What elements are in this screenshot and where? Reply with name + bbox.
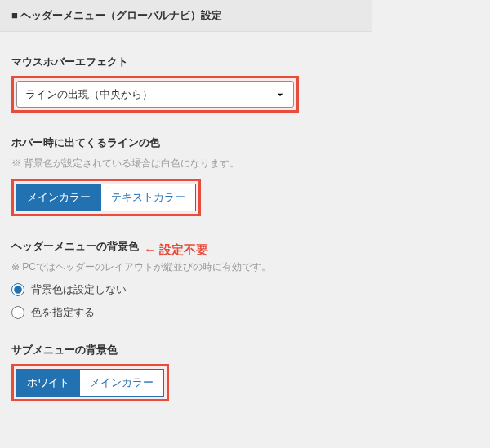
hover-line-color-group: メインカラー テキストカラー bbox=[16, 184, 196, 211]
hover-line-color-label: ホバー時に出てくるラインの色 bbox=[11, 135, 360, 150]
hover-line-color-main-button[interactable]: メインカラー bbox=[17, 184, 100, 211]
header-bg-radio-color-row: 色を指定する bbox=[11, 305, 360, 320]
submenu-bg-white-button[interactable]: ホワイト bbox=[17, 370, 79, 396]
hover-line-color-text-button[interactable]: テキストカラー bbox=[100, 184, 195, 211]
field-hover-line-color: ホバー時に出てくるラインの色 ※ 背景色が設定されている場合は白色になります。 … bbox=[11, 135, 360, 216]
header-bg-radio-none-label[interactable]: 背景色は設定しない bbox=[31, 282, 127, 297]
section-header: ■ ヘッダーメニュー（グローバルナビ）設定 bbox=[0, 0, 372, 32]
field-hover-effect: マウスホバーエフェクト ラインの出現（中央から） bbox=[11, 55, 360, 113]
header-bg-note: ※ PCではヘッダーのレイアウトが縦並びの時に有効です。 bbox=[11, 260, 360, 274]
header-bg-radio-color-label[interactable]: 色を指定する bbox=[31, 305, 95, 320]
highlight-hover-line-color: メインカラー テキストカラー bbox=[11, 179, 201, 216]
header-bg-label: ヘッダーメニューの背景色 bbox=[11, 239, 139, 254]
hover-effect-select[interactable]: ラインの出現（中央から） bbox=[16, 81, 294, 108]
header-bg-inline-note: ← 設定不要 bbox=[144, 242, 208, 258]
field-submenu-bg: サブメニューの背景色 ホワイト メインカラー bbox=[11, 343, 360, 401]
submenu-bg-group: ホワイト メインカラー bbox=[16, 369, 164, 397]
submenu-bg-label: サブメニューの背景色 bbox=[11, 343, 360, 357]
hover-effect-label: マウスホバーエフェクト bbox=[11, 55, 360, 69]
highlight-hover-effect: ラインの出現（中央から） bbox=[11, 76, 299, 113]
header-bg-radio-color[interactable] bbox=[11, 306, 24, 319]
field-header-bg: ヘッダーメニューの背景色 ← 設定不要 ※ PCではヘッダーのレイアウトが縦並び… bbox=[11, 239, 360, 320]
header-bg-radio-none[interactable] bbox=[11, 283, 24, 296]
hover-line-color-note: ※ 背景色が設定されている場合は白色になります。 bbox=[11, 157, 360, 171]
submenu-bg-main-button[interactable]: メインカラー bbox=[79, 370, 163, 396]
header-bg-radio-none-row: 背景色は設定しない bbox=[11, 282, 360, 297]
highlight-submenu-bg: ホワイト メインカラー bbox=[11, 364, 169, 401]
